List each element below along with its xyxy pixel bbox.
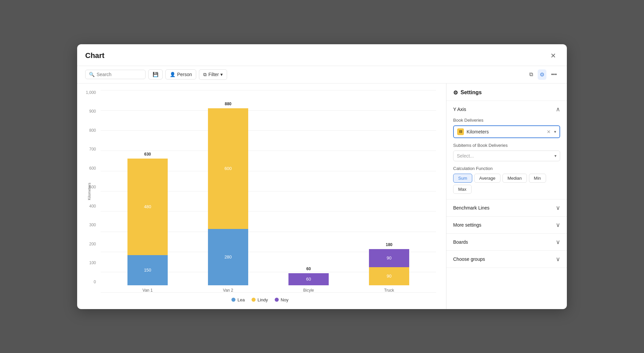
bar-total-van1: 630 <box>144 152 151 157</box>
legend-dot-lea <box>231 298 235 302</box>
bar-stack-bicyle: 60 <box>288 273 329 285</box>
choose-groups-label: Choose groups <box>453 256 485 262</box>
boards-section-header[interactable]: Boards ∨ <box>446 234 567 250</box>
y-axis-content: Book Deliveries ⊟ Kilometers ✕ ▾ Subitem… <box>446 118 567 199</box>
boards-section: Boards ∨ <box>446 234 567 251</box>
y-tick: 700 <box>84 147 96 152</box>
legend-label-noy: Noy <box>281 297 288 302</box>
legend-dot-noy <box>275 298 279 302</box>
y-axis-section: Y Axis ∧ Book Deliveries ⊟ Kilometers ✕ … <box>446 101 567 199</box>
legend-item-noy: Noy <box>275 297 288 302</box>
choose-groups-section-header[interactable]: Choose groups ∨ <box>446 251 567 268</box>
calc-buttons: Sum Average Median Min Max <box>453 174 560 194</box>
more-settings-section: More settings ∨ <box>446 217 567 234</box>
y-tick: 800 <box>84 128 96 133</box>
calc-median-button[interactable]: Median <box>502 174 527 183</box>
chart-legend: Lea Lindy Noy <box>84 293 436 302</box>
settings-header: ⚙ Settings <box>446 83 567 101</box>
bar-segment-lindy-van1: 480 <box>127 159 168 255</box>
bar-stack-van1: 150 480 <box>127 159 168 285</box>
bar-label-van1: Van 1 <box>143 288 153 293</box>
y-tick: 200 <box>84 242 96 246</box>
person-label: Person <box>177 72 192 77</box>
modal-header: Chart ✕ <box>77 44 567 66</box>
book-deliveries-label: Book Deliveries <box>453 118 560 123</box>
save-icon: 💾 <box>153 72 158 77</box>
y-tick: 600 <box>84 166 96 171</box>
subitems-select[interactable]: Select... ▾ <box>453 151 560 161</box>
modal-title: Chart <box>85 51 104 60</box>
settings-button[interactable]: ⚙ <box>538 69 546 80</box>
bar-group-bicyle: 60 60 Bicyle <box>288 267 329 293</box>
bar-label-bicyle: Bicyle <box>303 288 314 293</box>
more-icon: ••• <box>551 71 557 77</box>
search-box[interactable]: 🔍 <box>85 70 146 79</box>
filter-chevron: ▾ <box>220 72 223 77</box>
bar-total-bicyle: 60 <box>306 267 311 271</box>
bar-label-truck: Truck <box>384 288 394 293</box>
y-axis-section-header[interactable]: Y Axis ∧ <box>446 101 567 118</box>
settings-gear-icon: ⚙ <box>453 90 458 96</box>
settings-panel: ⚙ Settings Y Axis ∧ Book Deliveries ⊟ Ki… <box>446 83 567 309</box>
bar-segment-lea-van1: 150 <box>127 255 168 285</box>
calc-average-button[interactable]: Average <box>474 174 500 183</box>
search-icon: 🔍 <box>89 72 95 77</box>
calc-function-label: Calculation Function <box>453 166 560 171</box>
gear-icon: ⚙ <box>540 72 544 77</box>
y-tick: 900 <box>84 109 96 114</box>
benchmark-label: Benchmark Lines <box>453 205 489 211</box>
bar-total-truck: 180 <box>386 242 392 247</box>
chart-area: Kilometers 0 100 200 300 400 500 600 700… <box>77 83 446 309</box>
bar-group-van2: 880 280 600 Van 2 <box>208 102 248 293</box>
calc-sum-button[interactable]: Sum <box>453 174 472 183</box>
bar-segment-noy-bicyle: 60 <box>288 273 329 285</box>
chart-modal: Chart ✕ 🔍 💾 👤 Person ⧉ Filter ▾ ⧉ ⚙ ••• <box>77 44 567 309</box>
benchmark-section-header[interactable]: Benchmark Lines ∨ <box>446 199 567 216</box>
kilometers-value: Kilometers <box>467 129 543 134</box>
y-tick: 0 <box>84 280 96 284</box>
bars-area: 630 150 480 Van 1 880 <box>101 90 436 293</box>
calc-min-button[interactable]: Min <box>529 174 546 183</box>
y-tick: 400 <box>84 204 96 209</box>
calc-max-button[interactable]: Max <box>453 185 472 194</box>
y-axis-label: Kilometers <box>87 183 91 200</box>
choose-groups-section: Choose groups ∨ <box>446 251 567 268</box>
bar-group-van1: 630 150 480 Van 1 <box>127 152 168 293</box>
boards-chevron-icon: ∨ <box>556 238 560 246</box>
table-icon: ⧉ <box>529 71 533 77</box>
toolbar: 🔍 💾 👤 Person ⧉ Filter ▾ ⧉ ⚙ ••• <box>77 66 567 83</box>
y-tick: 300 <box>84 223 96 227</box>
close-button[interactable]: ✕ <box>548 50 559 61</box>
kilometers-select[interactable]: ⊟ Kilometers ✕ ▾ <box>453 125 560 138</box>
boards-label: Boards <box>453 239 468 245</box>
legend-label-lindy: Lindy <box>258 297 268 302</box>
choose-groups-chevron-icon: ∨ <box>556 255 560 263</box>
table-view-button[interactable]: ⧉ <box>527 69 535 79</box>
more-options-button[interactable]: ••• <box>549 69 559 79</box>
bar-segment-lea-van2: 280 <box>208 229 248 285</box>
bar-label-van2: Van 2 <box>223 288 233 293</box>
y-axis-label: Y Axis <box>453 107 466 112</box>
select-clear-button[interactable]: ✕ <box>546 129 551 134</box>
benchmark-section: Benchmark Lines ∨ <box>446 199 567 217</box>
filter-icon: ⧉ <box>203 72 207 77</box>
subitems-arrow-icon: ▾ <box>554 154 556 158</box>
bar-stack-truck: 90 90 <box>369 249 409 285</box>
more-settings-section-header[interactable]: More settings ∨ <box>446 217 567 233</box>
save-button[interactable]: 💾 <box>148 69 163 79</box>
bar-segment-noy-truck: 90 <box>369 249 409 267</box>
select-icon: ⊟ <box>457 128 464 135</box>
legend-item-lea: Lea <box>231 297 245 302</box>
filter-label: Filter <box>208 72 219 77</box>
grid-and-bars: 630 150 480 Van 1 880 <box>101 90 436 293</box>
benchmark-chevron-icon: ∨ <box>556 204 560 212</box>
filter-button[interactable]: ⧉ Filter ▾ <box>199 69 227 80</box>
bar-segment-lindy-truck: 90 <box>369 267 409 285</box>
bar-segment-lindy-van2: 600 <box>208 108 248 229</box>
subitems-label: Subitems of Book Deliveries <box>453 143 560 148</box>
person-button[interactable]: 👤 Person <box>165 69 196 79</box>
y-axis-chevron-up: ∧ <box>556 106 560 113</box>
search-input[interactable] <box>97 72 142 77</box>
bars-row: 630 150 480 Van 1 880 <box>101 90 436 293</box>
legend-item-lindy: Lindy <box>252 297 268 302</box>
